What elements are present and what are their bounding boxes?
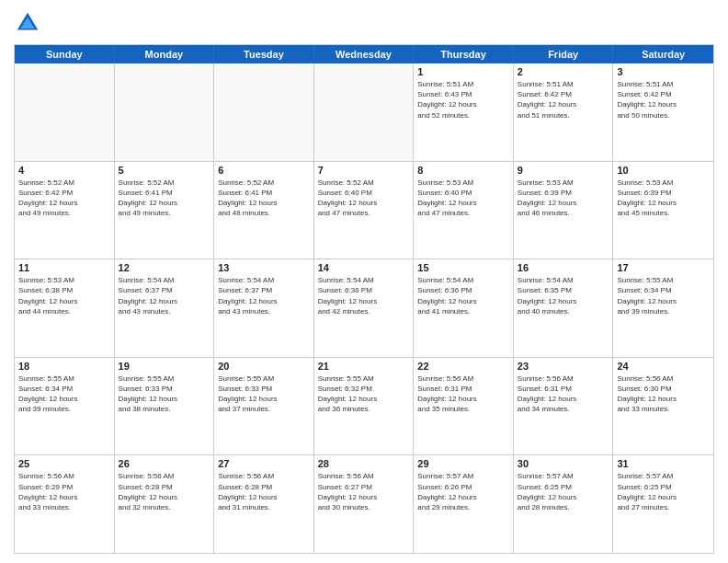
calendar-row-3: 18Sunrise: 5:55 AMSunset: 6:34 PMDayligh… — [15, 357, 713, 455]
day-number: 9 — [518, 165, 609, 176]
day-number: 16 — [518, 262, 609, 273]
day-number: 12 — [119, 262, 210, 273]
cell-info: Sunrise: 5:55 AMSunset: 6:32 PMDaylight:… — [318, 373, 410, 415]
day-number: 26 — [119, 458, 210, 469]
header — [14, 9, 714, 37]
day-number: 1 — [417, 66, 509, 77]
day-number: 18 — [18, 361, 110, 372]
cell-info: Sunrise: 5:56 AMSunset: 6:31 PMDaylight:… — [518, 373, 609, 415]
day-number: 25 — [18, 458, 110, 469]
calendar-header: SundayMondayTuesdayWednesdayThursdayFrid… — [15, 45, 713, 63]
calendar-cell: 20Sunrise: 5:55 AMSunset: 6:33 PMDayligh… — [214, 358, 314, 455]
cell-info: Sunrise: 5:54 AMSunset: 6:36 PMDaylight:… — [417, 275, 509, 316]
header-day-tuesday: Tuesday — [214, 45, 314, 63]
calendar-cell: 24Sunrise: 5:56 AMSunset: 6:30 PMDayligh… — [613, 358, 713, 455]
day-number: 11 — [18, 262, 110, 273]
calendar-cell: 9Sunrise: 5:53 AMSunset: 6:39 PMDaylight… — [514, 162, 614, 259]
day-number: 31 — [617, 458, 710, 469]
cell-info: Sunrise: 5:54 AMSunset: 6:36 PMDaylight:… — [318, 275, 410, 316]
header-day-sunday: Sunday — [15, 45, 115, 63]
calendar-cell: 12Sunrise: 5:54 AMSunset: 6:37 PMDayligh… — [115, 259, 215, 357]
calendar-cell: 17Sunrise: 5:55 AMSunset: 6:34 PMDayligh… — [613, 259, 713, 357]
day-number: 6 — [218, 165, 310, 176]
cell-info: Sunrise: 5:57 AMSunset: 6:25 PMDaylight:… — [518, 471, 609, 512]
cell-info: Sunrise: 5:53 AMSunset: 6:39 PMDaylight:… — [518, 178, 609, 219]
calendar-cell: 1Sunrise: 5:51 AMSunset: 6:43 PMDaylight… — [414, 63, 514, 161]
cell-info: Sunrise: 5:55 AMSunset: 6:33 PMDaylight:… — [119, 373, 210, 415]
calendar-row-1: 4Sunrise: 5:52 AMSunset: 6:42 PMDaylight… — [15, 161, 713, 259]
header-day-thursday: Thursday — [414, 45, 514, 63]
cell-info: Sunrise: 5:52 AMSunset: 6:42 PMDaylight:… — [18, 178, 110, 219]
cell-info: Sunrise: 5:56 AMSunset: 6:28 PMDaylight:… — [218, 471, 310, 512]
cell-info: Sunrise: 5:56 AMSunset: 6:27 PMDaylight:… — [318, 471, 410, 512]
cell-info: Sunrise: 5:52 AMSunset: 6:41 PMDaylight:… — [218, 178, 310, 219]
calendar-cell: 18Sunrise: 5:55 AMSunset: 6:34 PMDayligh… — [15, 358, 115, 455]
cell-info: Sunrise: 5:54 AMSunset: 6:35 PMDaylight:… — [518, 275, 609, 316]
header-day-wednesday: Wednesday — [314, 45, 415, 63]
calendar-cell: 22Sunrise: 5:56 AMSunset: 6:31 PMDayligh… — [414, 358, 514, 455]
calendar-row-2: 11Sunrise: 5:53 AMSunset: 6:38 PMDayligh… — [15, 259, 713, 357]
day-number: 20 — [218, 361, 310, 372]
day-number: 27 — [218, 458, 310, 469]
day-number: 29 — [417, 458, 509, 469]
day-number: 23 — [518, 361, 609, 372]
calendar-cell: 6Sunrise: 5:52 AMSunset: 6:41 PMDaylight… — [214, 162, 314, 259]
calendar-cell: 3Sunrise: 5:51 AMSunset: 6:42 PMDaylight… — [613, 63, 713, 161]
cell-info: Sunrise: 5:55 AMSunset: 6:34 PMDaylight:… — [617, 275, 710, 316]
calendar-cell: 19Sunrise: 5:55 AMSunset: 6:33 PMDayligh… — [115, 358, 215, 455]
cell-info: Sunrise: 5:53 AMSunset: 6:39 PMDaylight:… — [617, 178, 710, 219]
header-day-friday: Friday — [514, 45, 614, 63]
cell-info: Sunrise: 5:54 AMSunset: 6:37 PMDaylight:… — [218, 275, 310, 316]
calendar-cell — [314, 63, 415, 161]
day-number: 22 — [417, 361, 509, 372]
cell-info: Sunrise: 5:53 AMSunset: 6:40 PMDaylight:… — [417, 178, 509, 219]
cell-info: Sunrise: 5:57 AMSunset: 6:26 PMDaylight:… — [417, 471, 509, 512]
cell-info: Sunrise: 5:56 AMSunset: 6:28 PMDaylight:… — [119, 471, 210, 512]
calendar-cell: 10Sunrise: 5:53 AMSunset: 6:39 PMDayligh… — [613, 162, 713, 259]
logo — [14, 9, 45, 37]
cell-info: Sunrise: 5:53 AMSunset: 6:38 PMDaylight:… — [18, 275, 110, 316]
cell-info: Sunrise: 5:54 AMSunset: 6:37 PMDaylight:… — [119, 275, 210, 316]
calendar-row-4: 25Sunrise: 5:56 AMSunset: 6:29 PMDayligh… — [15, 454, 713, 553]
day-number: 4 — [18, 165, 110, 176]
calendar-cell: 11Sunrise: 5:53 AMSunset: 6:38 PMDayligh… — [15, 259, 115, 357]
calendar-cell — [214, 63, 314, 161]
day-number: 10 — [617, 165, 710, 176]
day-number: 2 — [518, 66, 609, 77]
day-number: 7 — [318, 165, 410, 176]
logo-icon — [14, 9, 41, 37]
calendar-cell: 28Sunrise: 5:56 AMSunset: 6:27 PMDayligh… — [314, 455, 415, 553]
cell-info: Sunrise: 5:55 AMSunset: 6:33 PMDaylight:… — [218, 373, 310, 415]
cell-info: Sunrise: 5:52 AMSunset: 6:41 PMDaylight:… — [119, 178, 210, 219]
calendar-cell: 13Sunrise: 5:54 AMSunset: 6:37 PMDayligh… — [214, 259, 314, 357]
day-number: 13 — [218, 262, 310, 273]
calendar-cell — [115, 63, 215, 161]
day-number: 15 — [417, 262, 509, 273]
calendar-cell: 5Sunrise: 5:52 AMSunset: 6:41 PMDaylight… — [115, 162, 215, 259]
calendar-cell: 2Sunrise: 5:51 AMSunset: 6:42 PMDaylight… — [514, 63, 614, 161]
calendar-row-0: 1Sunrise: 5:51 AMSunset: 6:43 PMDaylight… — [15, 63, 713, 161]
cell-info: Sunrise: 5:52 AMSunset: 6:40 PMDaylight:… — [318, 178, 410, 219]
cell-info: Sunrise: 5:51 AMSunset: 6:42 PMDaylight:… — [617, 79, 710, 121]
calendar-cell: 29Sunrise: 5:57 AMSunset: 6:26 PMDayligh… — [414, 455, 514, 553]
page: SundayMondayTuesdayWednesdayThursdayFrid… — [0, 0, 728, 563]
day-number: 19 — [119, 361, 210, 372]
day-number: 28 — [318, 458, 410, 469]
cell-info: Sunrise: 5:51 AMSunset: 6:43 PMDaylight:… — [417, 79, 509, 121]
day-number: 21 — [318, 361, 410, 372]
calendar-cell: 7Sunrise: 5:52 AMSunset: 6:40 PMDaylight… — [314, 162, 415, 259]
calendar-cell: 14Sunrise: 5:54 AMSunset: 6:36 PMDayligh… — [314, 259, 415, 357]
calendar-cell: 30Sunrise: 5:57 AMSunset: 6:25 PMDayligh… — [514, 455, 614, 553]
calendar-cell: 27Sunrise: 5:56 AMSunset: 6:28 PMDayligh… — [214, 455, 314, 553]
cell-info: Sunrise: 5:56 AMSunset: 6:30 PMDaylight:… — [617, 373, 710, 415]
day-number: 24 — [617, 361, 710, 372]
calendar-cell: 4Sunrise: 5:52 AMSunset: 6:42 PMDaylight… — [15, 162, 115, 259]
calendar-cell: 26Sunrise: 5:56 AMSunset: 6:28 PMDayligh… — [115, 455, 215, 553]
calendar: SundayMondayTuesdayWednesdayThursdayFrid… — [14, 44, 714, 554]
cell-info: Sunrise: 5:56 AMSunset: 6:29 PMDaylight:… — [18, 471, 110, 512]
calendar-cell: 31Sunrise: 5:57 AMSunset: 6:25 PMDayligh… — [613, 455, 713, 553]
day-number: 5 — [119, 165, 210, 176]
calendar-cell — [15, 63, 115, 161]
calendar-cell: 8Sunrise: 5:53 AMSunset: 6:40 PMDaylight… — [414, 162, 514, 259]
calendar-body: 1Sunrise: 5:51 AMSunset: 6:43 PMDaylight… — [15, 63, 713, 553]
